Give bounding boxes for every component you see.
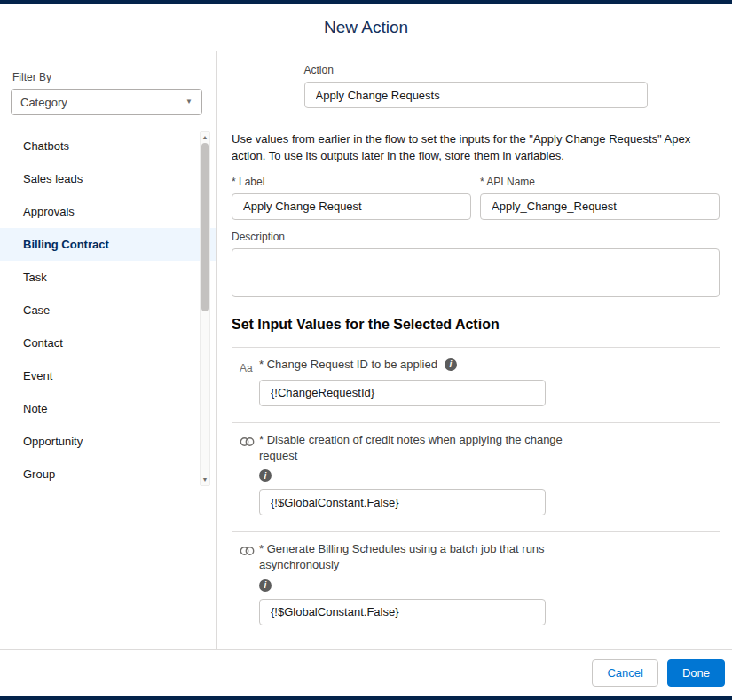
action-input[interactable] xyxy=(304,82,648,108)
sidebar-item-chatbots[interactable]: Chatbots xyxy=(0,130,216,162)
description-field-label: Description xyxy=(232,231,720,245)
type-icon-col: Aa xyxy=(232,357,259,406)
sidebar-item-label: Contact xyxy=(23,336,63,350)
api-name-field-label: * API Name xyxy=(480,176,720,190)
description-textarea[interactable] xyxy=(232,248,720,297)
description-field: Description xyxy=(232,231,720,297)
info-icon[interactable]: i xyxy=(259,579,272,592)
input-values-heading: Set Input Values for the Selected Action xyxy=(232,317,720,333)
action-label: Action xyxy=(304,64,648,78)
chevron-down-icon: ▼ xyxy=(185,98,193,106)
sidebar-item-label: Approvals xyxy=(23,205,75,218)
sidebar-item-group[interactable]: Group xyxy=(0,458,216,491)
param-row-change-request-id: Aa * Change Request ID to be applied i xyxy=(232,347,720,422)
type-icon-col xyxy=(232,432,259,515)
sidebar-item-task[interactable]: Task xyxy=(0,261,216,294)
sidebar-item-label: Billing Contract xyxy=(23,238,109,251)
sidebar-item-contact[interactable]: Contact xyxy=(0,326,216,359)
boolean-type-icon xyxy=(240,544,255,559)
label-apiname-row: * Label * API Name xyxy=(232,176,720,220)
sidebar-item-label: Chatbots xyxy=(23,139,69,153)
sidebar-item-label: Event xyxy=(23,369,52,382)
action-field: Action xyxy=(304,64,648,108)
modal-body: Filter By Category ▼ Chatbots Sales lead… xyxy=(0,51,732,649)
text-type-icon: Aa xyxy=(240,362,253,374)
param-row-content: * Generate Billing Schedules using a bat… xyxy=(259,541,720,625)
category-dropdown[interactable]: Category ▼ xyxy=(11,89,202,115)
sidebar-item-note[interactable]: Note xyxy=(0,392,216,425)
param-row-generate-billing-schedules: * Generate Billing Schedules using a bat… xyxy=(232,531,720,641)
sidebar-item-event[interactable]: Event xyxy=(0,359,216,392)
modal-title: New Action xyxy=(324,18,408,37)
param-row-content: * Disable creation of credit notes when … xyxy=(259,432,720,515)
sidebar-item-label: Sales leads xyxy=(23,172,83,185)
new-action-modal: New Action Filter By Category ▼ Chatbots… xyxy=(0,4,732,696)
change-request-id-input[interactable] xyxy=(259,380,546,406)
filter-by-label: Filter By xyxy=(12,71,216,83)
sidebar-item-opportunity[interactable]: Opportunity xyxy=(0,425,216,458)
disable-credit-notes-input[interactable] xyxy=(259,489,546,515)
param-label: * Generate Billing Schedules using a bat… xyxy=(259,541,579,573)
sidebar-scrollbar[interactable]: ▲ ▼ xyxy=(200,131,210,486)
modal-footer: Cancel Done xyxy=(0,649,732,696)
api-name-input[interactable] xyxy=(480,193,720,220)
category-list-wrap: Chatbots Sales leads Approvals Billing C… xyxy=(0,130,216,491)
sidebar-item-label: Note xyxy=(23,402,47,415)
generate-billing-schedules-input[interactable] xyxy=(259,599,546,625)
info-icon[interactable]: i xyxy=(445,358,457,371)
sidebar-item-label: Group xyxy=(23,468,55,481)
category-dropdown-value: Category xyxy=(20,96,67,109)
sidebar-item-label: Opportunity xyxy=(23,435,83,448)
sidebar-item-sales-leads[interactable]: Sales leads xyxy=(0,162,216,195)
type-icon-col xyxy=(232,541,259,625)
sidebar-item-billing-contract[interactable]: Billing Contract xyxy=(0,228,216,261)
main-panel: Action Use values from earlier in the fl… xyxy=(217,51,732,649)
scrollbar-thumb[interactable] xyxy=(201,143,209,311)
param-row-content: * Change Request ID to be applied i xyxy=(259,357,720,406)
category-list: Chatbots Sales leads Approvals Billing C… xyxy=(0,130,216,491)
category-sidebar: Filter By Category ▼ Chatbots Sales lead… xyxy=(0,51,217,649)
sidebar-item-case[interactable]: Case xyxy=(0,294,216,326)
intro-text: Use values from earlier in the flow to s… xyxy=(232,131,720,165)
param-label: * Disable creation of credit notes when … xyxy=(259,432,579,464)
label-field: * Label xyxy=(232,176,471,220)
api-name-field: * API Name xyxy=(480,176,720,220)
boolean-type-icon xyxy=(240,435,255,450)
scrollbar-track[interactable] xyxy=(201,143,209,475)
info-icon[interactable]: i xyxy=(259,469,272,482)
sidebar-item-label: Case xyxy=(23,303,50,317)
scroll-up-icon[interactable]: ▲ xyxy=(202,132,209,143)
done-button[interactable]: Done xyxy=(667,659,725,687)
scroll-down-icon[interactable]: ▼ xyxy=(202,475,209,485)
sidebar-item-label: Task xyxy=(23,271,47,284)
cancel-button[interactable]: Cancel xyxy=(592,659,657,687)
param-row-disable-credit-notes: * Disable creation of credit notes when … xyxy=(232,422,720,531)
modal-header: New Action xyxy=(0,4,732,51)
param-label: * Change Request ID to be applied xyxy=(259,357,437,373)
label-input[interactable] xyxy=(232,193,471,220)
label-field-label: * Label xyxy=(232,176,471,190)
sidebar-item-approvals[interactable]: Approvals xyxy=(0,195,216,228)
